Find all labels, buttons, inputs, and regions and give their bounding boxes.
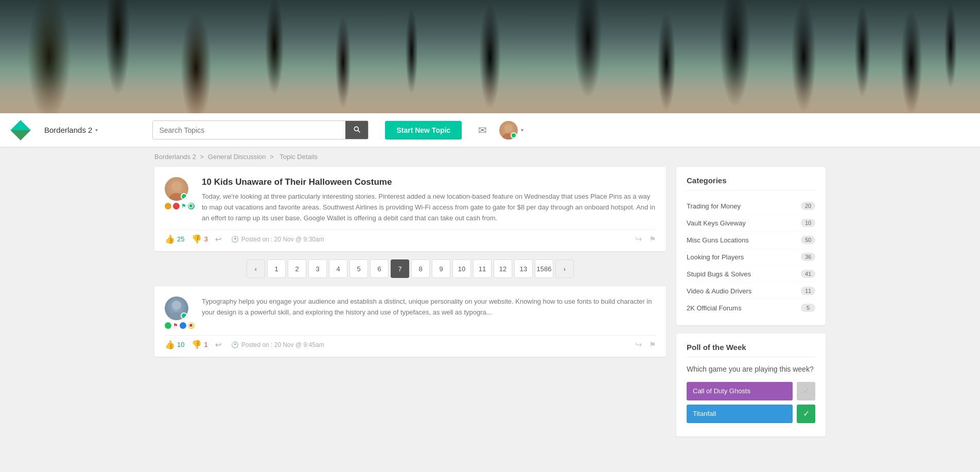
post-time-2: 🕐 Posted on : 20 Nov @ 9:45am xyxy=(231,341,324,348)
pagination-page-1[interactable]: 1 xyxy=(267,259,286,278)
category-name: Stupid Bugs & Solves xyxy=(687,270,751,278)
like-count: 25 xyxy=(177,235,184,243)
avatar-face xyxy=(499,121,518,139)
hero-banner xyxy=(0,0,980,113)
flag-button[interactable]: ⚑ xyxy=(649,235,656,244)
svg-point-3 xyxy=(169,193,184,201)
avatar xyxy=(499,121,518,139)
user-avatar-menu[interactable]: ▾ xyxy=(499,121,523,139)
post-footer: 👍 25 👎 3 ↩ 🕐 Posted on : 20 Nov @ 9:30am… xyxy=(165,230,656,244)
logo[interactable] xyxy=(10,120,31,141)
category-count: 5 xyxy=(801,304,815,312)
main-layout: ⚑ 10 Kids Unaware of Their Halloween Cos… xyxy=(0,167,980,460)
category-count: 10 xyxy=(801,219,815,227)
dislike-button[interactable]: 👎 3 xyxy=(191,234,207,244)
reply-button[interactable]: ↩ xyxy=(215,235,222,244)
game-selector-button[interactable]: Borderlands 2 ▾ xyxy=(39,123,103,137)
pagination-page-7[interactable]: 7 xyxy=(391,259,409,278)
reply-button-2[interactable]: ↩ xyxy=(215,340,222,349)
reply-icon: ↩ xyxy=(215,235,222,243)
flag-button-2[interactable]: ⚑ xyxy=(649,340,656,349)
navbar: Borderlands 2 ▾ Start New Topic ✉ ▾ xyxy=(0,113,980,147)
post-title-link[interactable]: 10 Kids Unaware of Their Halloween Costu… xyxy=(202,177,392,187)
search-icon xyxy=(353,125,361,135)
logo-diamond-icon xyxy=(10,120,31,141)
post-footer-2: 👍 10 👎 1 ↩ 🕐 Posted on : 20 Nov @ 9:45am… xyxy=(165,335,656,349)
pagination-page-2[interactable]: 2 xyxy=(288,259,306,278)
start-topic-button[interactable]: Start New Topic xyxy=(385,121,462,139)
pagination-prev[interactable]: ‹ xyxy=(247,259,265,278)
post-body: Today, we're looking at three particular… xyxy=(202,191,656,223)
breadcrumb-current: Topic Details xyxy=(279,153,318,161)
poll-cod-check[interactable]: ✓ xyxy=(797,382,815,400)
category-count: 41 xyxy=(801,270,815,278)
content-area: ⚑ 10 Kids Unaware of Their Halloween Cos… xyxy=(154,167,666,445)
avatar-caret-icon: ▾ xyxy=(521,127,523,133)
pagination-page-11[interactable]: 11 xyxy=(473,259,492,278)
thumbs-up-icon-2: 👍 xyxy=(165,340,175,349)
pagination-page-12[interactable]: 12 xyxy=(494,259,512,278)
category-item[interactable]: Misc Guns Locations 50 xyxy=(687,232,815,249)
like-count-2: 10 xyxy=(177,341,184,348)
search-button[interactable] xyxy=(345,121,368,139)
breadcrumb-section[interactable]: General Discussion xyxy=(208,153,266,161)
dislike-button-2[interactable]: 👎 1 xyxy=(191,340,207,349)
poll-card: Poll of the Week Which game you are play… xyxy=(676,334,826,436)
share-button-2[interactable]: ↪ xyxy=(635,340,642,349)
category-item[interactable]: Trading for Money 20 xyxy=(687,198,815,215)
svg-point-1 xyxy=(502,133,515,139)
breadcrumb-home[interactable]: Borderlands 2 xyxy=(154,153,196,161)
category-count: 36 xyxy=(801,253,815,261)
category-item[interactable]: Stupid Bugs & Solves 41 xyxy=(687,266,815,283)
like-button-2[interactable]: 👍 10 xyxy=(165,340,184,349)
svg-point-4 xyxy=(172,301,181,310)
pagination-page-9[interactable]: 9 xyxy=(432,259,450,278)
share-icon: ↪ xyxy=(635,235,642,243)
categories-title: Categories xyxy=(687,176,815,190)
poll-bar-titanfall[interactable]: Titanfall xyxy=(687,405,793,423)
category-item[interactable]: 2K Official Forums 5 xyxy=(687,300,815,316)
search-input[interactable] xyxy=(153,121,345,139)
poll-cod-label: Call of Duty Ghosts xyxy=(693,387,750,395)
dislike-count: 3 xyxy=(204,235,207,243)
pagination-page-last[interactable]: 1586 xyxy=(535,259,553,278)
mail-button[interactable]: ✉ xyxy=(478,124,487,136)
badge-icon xyxy=(180,322,186,329)
category-item[interactable]: Video & Audio Drivers 11 xyxy=(687,283,815,300)
search-bar xyxy=(152,120,369,139)
poll-option-cod: Call of Duty Ghosts ✓ xyxy=(687,382,815,400)
poll-titanfall-check[interactable]: ✓ xyxy=(797,405,815,423)
poll-titanfall-label: Titanfall xyxy=(693,410,716,417)
game-caret-icon: ▾ xyxy=(95,127,98,133)
thumbs-up-icon: 👍 xyxy=(165,234,175,244)
category-count: 11 xyxy=(801,287,815,295)
poll-title: Poll of the Week xyxy=(687,343,815,357)
pagination-page-4[interactable]: 4 xyxy=(329,259,347,278)
pagination-page-13[interactable]: 13 xyxy=(514,259,533,278)
poll-bar-titanfall-fill: Titanfall xyxy=(687,405,793,423)
pagination-page-8[interactable]: 8 xyxy=(411,259,430,278)
category-item[interactable]: Looking for Players 36 xyxy=(687,249,815,266)
check-active-icon: ✓ xyxy=(803,409,810,418)
share-button[interactable]: ↪ xyxy=(635,234,642,244)
categories-card: Categories Trading for Money 20 Vault Ke… xyxy=(676,167,826,325)
poll-bar-cod[interactable]: Call of Duty Ghosts xyxy=(687,382,793,400)
thumbs-down-icon: 👎 xyxy=(191,234,202,244)
category-item[interactable]: Vault Keys Giveway 10 xyxy=(687,215,815,232)
category-name: Vault Keys Giveway xyxy=(687,219,746,227)
svg-point-5 xyxy=(169,312,184,320)
badge-icon xyxy=(165,322,171,329)
badge-flag2-icon: ⚑ xyxy=(173,322,178,329)
pagination-page-10[interactable]: 10 xyxy=(452,259,471,278)
category-count: 50 xyxy=(801,236,815,244)
pagination-next[interactable]: › xyxy=(555,259,574,278)
pagination-page-5[interactable]: 5 xyxy=(349,259,368,278)
post-avatar-face2-icon xyxy=(165,296,188,320)
pagination-page-6[interactable]: 6 xyxy=(370,259,389,278)
post-meta: 10 Kids Unaware of Their Halloween Costu… xyxy=(202,177,656,223)
pagination-page-3[interactable]: 3 xyxy=(308,259,327,278)
mail-icon: ✉ xyxy=(478,125,487,136)
like-button[interactable]: 👍 25 xyxy=(165,234,184,244)
post-header: ⚑ 10 Kids Unaware of Their Halloween Cos… xyxy=(165,177,656,223)
post-meta-2: Typography helps you engage your audienc… xyxy=(202,296,656,318)
